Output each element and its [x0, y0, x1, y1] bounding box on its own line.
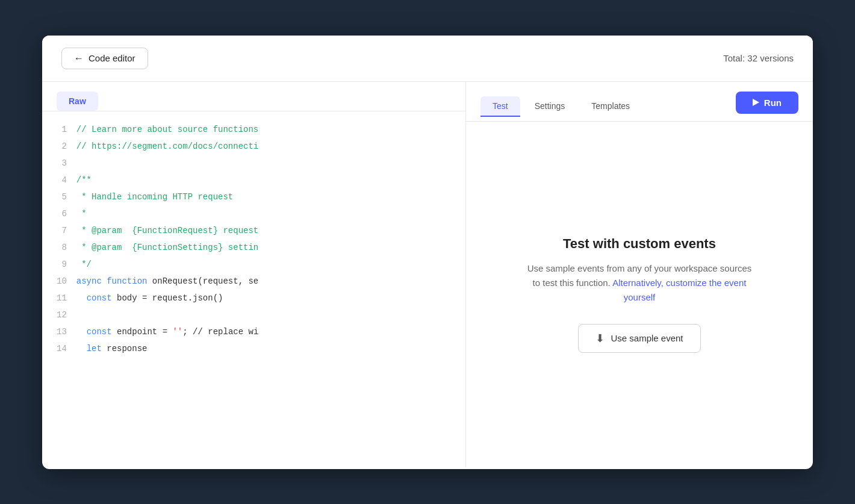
code-line: * @param {FunctionSettings} settin [76, 239, 456, 256]
main-content: Raw 1 2 3 4 5 6 7 8 9 10 11 12 13 14 [42, 82, 813, 467]
code-line: // https://segment.com/docs/connecti [76, 138, 456, 155]
version-count: Total: 32 versions [723, 53, 794, 63]
code-line: const endpoint = ''; // replace wi [76, 323, 456, 340]
code-lines: // Learn more about source functions // … [76, 121, 465, 458]
line-number: 8 [57, 239, 67, 256]
header: ← Code editor Total: 32 versions [42, 36, 813, 82]
code-line [76, 155, 456, 172]
code-line: let response [76, 340, 456, 357]
tab-settings[interactable]: Settings [523, 96, 577, 117]
back-button[interactable]: ← Code editor [61, 48, 148, 69]
download-icon: ⬇ [595, 332, 605, 345]
code-tabs: Raw [42, 82, 465, 111]
code-line: * Handle incoming HTTP request [76, 188, 456, 205]
code-line: /** [76, 172, 456, 188]
line-number: 9 [57, 256, 67, 273]
use-sample-label: Use sample event [611, 333, 683, 343]
line-number: 3 [57, 155, 67, 172]
code-panel: Raw 1 2 3 4 5 6 7 8 9 10 11 12 13 14 [42, 82, 466, 467]
tab-test[interactable]: Test [480, 96, 520, 117]
line-number: 2 [57, 138, 67, 155]
code-line: // Learn more about source functions [76, 121, 456, 138]
run-button[interactable]: Run [736, 92, 798, 114]
back-arrow-icon: ← [74, 53, 84, 64]
back-button-label: Code editor [89, 53, 135, 63]
run-button-label: Run [764, 98, 782, 108]
line-number: 14 [57, 340, 67, 357]
code-line [76, 306, 456, 323]
use-sample-button[interactable]: ⬇ Use sample event [578, 324, 700, 353]
line-number: 10 [57, 273, 67, 290]
code-line: * @param {FunctionRequest} request [76, 222, 456, 239]
line-number: 4 [57, 172, 67, 188]
line-numbers: 1 2 3 4 5 6 7 8 9 10 11 12 13 14 [42, 121, 76, 458]
raw-tab[interactable]: Raw [57, 92, 98, 111]
test-content: Test with custom events Use sample event… [466, 122, 813, 467]
code-line: async function onRequest(request, se [76, 273, 456, 290]
test-title: Test with custom events [563, 236, 716, 252]
line-number: 11 [57, 290, 67, 306]
test-description: Use sample events from any of your works… [525, 261, 754, 305]
code-line: const body = request.json() [76, 290, 456, 306]
customize-link[interactable]: Alternatively, customize the event yours… [612, 278, 746, 302]
code-line: * [76, 205, 456, 222]
line-number: 13 [57, 323, 67, 340]
line-number: 1 [57, 121, 67, 138]
play-icon [753, 99, 759, 106]
line-number: 6 [57, 205, 67, 222]
line-number: 12 [57, 306, 67, 323]
line-number: 5 [57, 188, 67, 205]
main-window: ← Code editor Total: 32 versions Raw 1 2… [42, 36, 813, 469]
test-header: Test Settings Templates Run [466, 82, 813, 122]
code-area: 1 2 3 4 5 6 7 8 9 10 11 12 13 14 // Lear… [42, 111, 465, 467]
code-line: */ [76, 256, 456, 273]
tab-templates[interactable]: Templates [579, 96, 642, 117]
line-number: 7 [57, 222, 67, 239]
test-panel: Test Settings Templates Run Test with cu… [466, 82, 813, 467]
